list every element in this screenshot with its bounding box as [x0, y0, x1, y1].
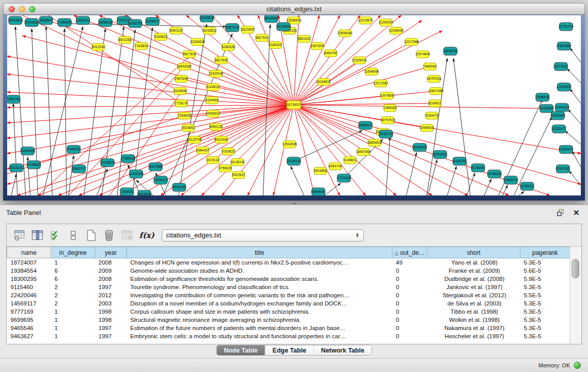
column-header-pagerank[interactable]: pagerank [520, 247, 570, 258]
graph-node[interactable]: 12325419 [352, 57, 367, 64]
graph-node[interactable]: 9397588 [149, 163, 162, 171]
graph-node[interactable]: 8128253 [471, 164, 485, 172]
table-cell[interactable]: 2003 [95, 299, 127, 308]
table-cell[interactable]: Changes of HCN gene expression and I(f) … [127, 258, 393, 267]
table-cell[interactable]: Franke et al. (2009) [427, 267, 520, 275]
graph-node[interactable]: 16784209 [487, 170, 502, 178]
table-cell[interactable]: Estimation of significance thresholds fo… [127, 275, 393, 283]
table-cell[interactable]: Tibbo et al. (1998) [427, 308, 520, 316]
tab-node-table[interactable]: Node Table [216, 345, 265, 355]
graph-node[interactable]: 7264540 [178, 112, 191, 119]
column-header-short[interactable]: short [427, 247, 520, 258]
table-row[interactable]: 946554611997Estimation of the future num… [7, 324, 570, 332]
table-cell[interactable]: 5.9E-5 [520, 275, 570, 283]
table-cell[interactable]: 5.6E-5 [520, 267, 570, 275]
graph-node[interactable]: 12217988 [404, 38, 419, 46]
graph-node[interactable]: 16782753 [379, 130, 394, 138]
graph-node[interactable]: 13505113 [154, 176, 168, 184]
graph-node[interactable]: 7485083 [383, 104, 397, 112]
graph-node[interactable]: 7163822 [135, 42, 148, 50]
graph-node[interactable]: 13505114 [76, 16, 91, 25]
table-cell[interactable]: Nakamura et al. (1997) [427, 324, 520, 332]
graph-node[interactable]: 26206505 [20, 147, 35, 155]
table-row[interactable]: 977716911998Corpus callosum shape and si… [7, 308, 570, 316]
table-cell[interactable]: 5.3E-5 [520, 324, 570, 332]
graph-node[interactable]: 8912936 [92, 43, 105, 51]
graph-node[interactable]: 16033809 [8, 16, 23, 25]
table-row[interactable]: 1456911722003Disruption of a novel membe… [7, 299, 570, 308]
graph-node[interactable]: 12093832 [557, 83, 572, 91]
show-column-icon[interactable] [30, 228, 45, 243]
graph-node[interactable]: 9827508 [214, 57, 228, 64]
minimize-window-button[interactable] [19, 6, 25, 12]
graph-node[interactable]: 16854603 [367, 139, 382, 146]
table-cell[interactable]: 1 [51, 316, 95, 324]
table-cell[interactable]: 0 [393, 283, 427, 291]
table-cell[interactable]: Dudbridge et al. (2008) [427, 275, 520, 283]
graph-node[interactable]: 11548498 [364, 68, 379, 75]
graph-node[interactable]: 18224007 [241, 26, 255, 33]
graph-node[interactable]: 8454750 [324, 50, 337, 57]
graph-node[interactable]: 9329966 [557, 42, 571, 50]
table-cell[interactable]: 14569117 [7, 299, 51, 308]
table-cell[interactable]: 2012 [95, 291, 127, 299]
graph-node[interactable]: 2718176 [175, 100, 188, 107]
graph-node[interactable]: 8454749 [329, 163, 342, 170]
graph-node[interactable]: 12444154 [555, 103, 570, 112]
table-cell[interactable]: 1 [51, 332, 95, 340]
table-cell[interactable]: Tourette syndrome. Phenomenology and cla… [127, 283, 393, 291]
graph-node[interactable]: 9163822 [222, 148, 235, 155]
table-row[interactable]: 1938455462009Genome-wide association stu… [7, 267, 570, 275]
graph-node[interactable]: 20206576 [100, 159, 115, 167]
column-header-in_degree[interactable]: in_degree [51, 247, 95, 258]
graph-node[interactable]: 10332471 [552, 125, 567, 133]
graph-node[interactable]: 16120746 [187, 136, 202, 143]
table-row[interactable]: 911546021997Tourette syndrome. Phenomeno… [7, 283, 570, 291]
memory-ok-indicator-icon[interactable] [574, 362, 581, 369]
table-cell[interactable]: 9777169 [7, 308, 51, 316]
graph-node[interactable]: 9756928 [219, 165, 232, 172]
column-header-name[interactable]: name [7, 247, 51, 258]
table-cell[interactable]: de Silva et al. (2003) [427, 299, 520, 308]
table-cell[interactable]: 9465546 [7, 324, 51, 332]
graph-node[interactable]: 16782754 [128, 19, 143, 28]
graph-node[interactable]: 10974893 [380, 92, 395, 99]
table-cell[interactable]: Wolkin et al. (1998) [427, 316, 520, 324]
table-cell[interactable]: 9115460 [7, 283, 51, 291]
graph-node[interactable]: 10330471 [559, 145, 574, 154]
graph-node[interactable]: 16958109 [412, 143, 427, 151]
table-cell[interactable]: Embryonic stem cells: a model to study s… [127, 332, 393, 340]
table-cell[interactable]: Stergiakouli et al. (2012) [427, 291, 520, 299]
table-row[interactable]: 969969511998Structural magnetic resonanc… [7, 316, 570, 324]
table-cell[interactable]: 19384554 [7, 267, 51, 275]
graph-node[interactable]: 8186329 [269, 41, 282, 49]
table-cell[interactable]: 5.3E-5 [520, 258, 570, 267]
graph-node[interactable]: 22260538 [190, 38, 205, 46]
graph-node[interactable]: 19218506 [276, 23, 291, 31]
graph-node[interactable]: 10974894 [416, 51, 430, 58]
table-cell[interactable]: 0 [393, 324, 427, 332]
graph-node[interactable]: 20351061 [7, 95, 21, 103]
table-cell[interactable]: 2009 [95, 267, 127, 275]
table-selector-dropdown[interactable]: citations_edges.txt ▲▼ [162, 229, 364, 242]
new-table-icon[interactable] [83, 228, 99, 243]
table-cell[interactable]: 5.5E-5 [520, 291, 570, 299]
table-cell[interactable]: Disruption of a novel member of a sodium… [127, 299, 393, 308]
table-cell[interactable]: 0 [393, 308, 427, 316]
graph-node[interactable]: 9524851 [182, 124, 195, 132]
zoom-window-button[interactable] [29, 6, 35, 12]
graph-node[interactable]: 9699696 [312, 188, 325, 195]
table-row[interactable]: 946362711997Embryonic stem cells: a mode… [7, 332, 570, 340]
table-cell[interactable]: 49 [393, 258, 427, 267]
table-cell[interactable]: 2008 [95, 275, 127, 283]
graph-node[interactable]: 8960129 [169, 27, 183, 34]
delete-column-icon[interactable] [119, 228, 135, 243]
graph-node[interactable]: 12254937 [379, 19, 394, 26]
graph-node[interactable]: 8960128 [209, 123, 223, 130]
table-cell[interactable]: Genome-wide association studies in ADHD. [127, 267, 393, 275]
graph-node[interactable]: 16543382 [177, 63, 192, 70]
table-cell[interactable]: 2 [51, 291, 95, 299]
graph-node[interactable]: 20301064 [25, 18, 39, 27]
graph-node[interactable]: 16033812 [202, 27, 217, 34]
column-header-out_de[interactable]: △out_de… [393, 247, 427, 258]
